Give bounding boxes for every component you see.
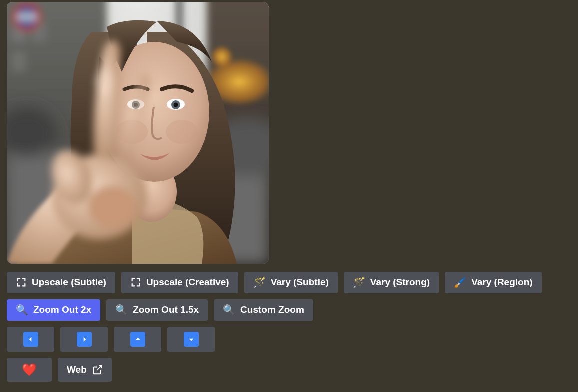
button-label: Upscale (Subtle) <box>32 277 106 288</box>
svg-point-26 <box>88 186 136 228</box>
button-label: Zoom Out 1.5x <box>133 304 199 316</box>
magnifier-icon: 🔍 <box>16 305 28 315</box>
wand-icon: 🪄 <box>254 278 266 288</box>
arrow-up-icon <box>130 332 146 347</box>
arrow-left-icon <box>24 332 38 347</box>
button-label: Vary (Strong) <box>370 277 430 288</box>
vary-subtle-button[interactable]: 🪄 Vary (Subtle) <box>244 272 338 294</box>
button-label: Upscale (Creative) <box>146 277 230 288</box>
button-label: Vary (Subtle) <box>271 277 329 288</box>
brush-icon: 🖌️ <box>454 278 466 288</box>
pan-down-button[interactable] <box>168 327 215 352</box>
custom-zoom-button[interactable]: 🔍 Custom Zoom <box>214 300 314 321</box>
action-row-2: 🔍 Zoom Out 2x 🔍 Zoom Out 1.5x 🔍 Custom Z… <box>7 300 571 321</box>
svg-rect-4 <box>12 52 26 72</box>
button-label: Vary (Region) <box>472 277 532 288</box>
pan-up-button[interactable] <box>114 327 162 352</box>
pan-right-button[interactable] <box>60 327 108 352</box>
generated-image-preview[interactable] <box>7 2 269 264</box>
vary-region-button[interactable]: 🖌️ Vary (Region) <box>445 272 542 294</box>
external-link-icon <box>92 364 103 376</box>
arrow-down-icon <box>184 332 199 347</box>
button-label: Web <box>67 364 87 376</box>
pan-left-button[interactable] <box>7 327 54 352</box>
expand-icon <box>130 277 142 288</box>
vary-strong-button[interactable]: 🪄 Vary (Strong) <box>344 272 439 294</box>
expand-icon <box>16 277 27 288</box>
open-web-button[interactable]: Web <box>58 358 112 382</box>
action-row-1: Upscale (Subtle) Upscale (Creative) 🪄 Va… <box>7 272 571 294</box>
svg-point-22 <box>174 103 178 108</box>
wand-icon: 🪄 <box>353 278 366 288</box>
arrow-right-icon <box>77 332 92 347</box>
favorite-button[interactable]: ❤️ <box>7 358 52 382</box>
button-label: Zoom Out 2x <box>34 304 92 316</box>
svg-rect-7 <box>17 15 37 19</box>
magnifier-icon: 🔍 <box>223 305 236 315</box>
svg-point-28 <box>96 68 114 96</box>
action-row-4: ❤️ Web <box>7 358 571 382</box>
upscale-creative-button[interactable]: Upscale (Creative) <box>122 272 238 294</box>
heart-icon: ❤️ <box>22 363 37 378</box>
zoom-out-2x-button[interactable]: 🔍 Zoom Out 2x <box>7 300 100 321</box>
button-label: Custom Zoom <box>240 304 304 316</box>
svg-point-11 <box>211 46 233 68</box>
action-row-pan <box>7 327 571 352</box>
svg-point-24 <box>166 120 198 144</box>
magnifier-icon: 🔍 <box>116 305 128 315</box>
zoom-out-1-5x-button[interactable]: 🔍 Zoom Out 1.5x <box>106 300 208 321</box>
upscale-subtle-button[interactable]: Upscale (Subtle) <box>7 272 116 294</box>
